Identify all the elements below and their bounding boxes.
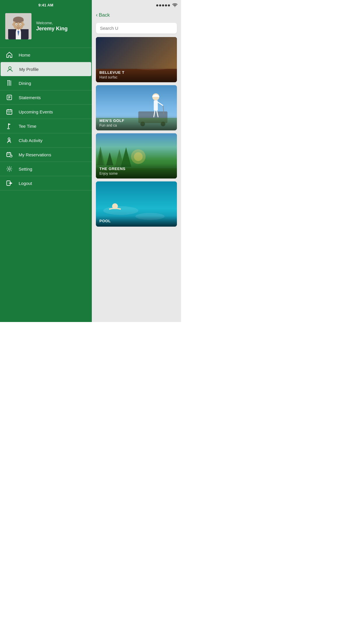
sidebar-item-home-label: Home xyxy=(19,52,30,57)
sidebar-item-club-activity-label: Club Activity xyxy=(19,138,43,143)
card-pool-overlay: POOL xyxy=(96,216,177,227)
status-time: 9:41 AM xyxy=(38,3,53,7)
statements-icon: $ xyxy=(5,94,13,101)
svg-point-47 xyxy=(8,168,10,170)
signal-dot-1 xyxy=(156,4,158,6)
back-label: Back xyxy=(99,12,110,18)
card-mens-golf[interactable]: MEN'S GOLF Fun and ca xyxy=(96,85,177,130)
card-greens-subtitle: Enjoy some xyxy=(99,172,173,176)
svg-point-10 xyxy=(20,24,21,25)
right-status-bar xyxy=(92,0,181,10)
svg-point-17 xyxy=(9,67,11,69)
svg-rect-57 xyxy=(154,100,158,111)
sidebar-item-upcoming-events[interactable]: Upcoming Events xyxy=(0,105,92,119)
sidebar-item-home[interactable]: Home xyxy=(0,48,92,62)
user-info: Welcome, Jeremy King xyxy=(36,21,68,32)
sidebar-item-dining[interactable]: Dining xyxy=(0,76,92,90)
svg-rect-28 xyxy=(7,110,12,114)
calendar-icon xyxy=(5,108,13,115)
svg-rect-6 xyxy=(13,20,24,21)
right-panel: ‹ Back xyxy=(92,0,181,322)
card-mens-golf-subtitle: Fun and ca xyxy=(99,123,173,127)
golf-flag-icon xyxy=(5,123,13,129)
svg-point-12 xyxy=(23,23,24,26)
sidebar-item-tee-time-label: Tee Time xyxy=(19,124,36,129)
search-bar[interactable] xyxy=(96,23,177,34)
svg-point-11 xyxy=(12,23,14,26)
signal-dot-2 xyxy=(159,4,161,6)
wifi-icon xyxy=(172,3,178,8)
sidebar-item-setting-label: Setting xyxy=(19,167,32,172)
reservations-icon xyxy=(5,151,13,158)
signal-dots xyxy=(156,4,170,6)
sidebar-item-statements[interactable]: $ Statements xyxy=(0,90,92,105)
card-bellevue-title: BELLEVUE T xyxy=(99,70,173,75)
card-greens-overlay: THE GREENS Enjoy some xyxy=(96,164,177,178)
sidebar-item-my-profile[interactable]: My Profile xyxy=(1,62,91,76)
sidebar-item-statements-label: Statements xyxy=(19,95,41,100)
user-name: Jeremy King xyxy=(36,26,68,32)
sidebar-item-my-reservations[interactable]: My Reservations xyxy=(0,148,92,162)
sidebar-item-dining-label: Dining xyxy=(19,81,31,86)
svg-point-9 xyxy=(16,24,17,25)
svg-point-65 xyxy=(134,152,143,161)
dining-icon xyxy=(5,80,13,86)
card-pool[interactable]: POOL xyxy=(96,181,177,227)
search-input[interactable] xyxy=(100,26,173,31)
svg-point-50 xyxy=(175,6,175,7)
card-greens-title: THE GREENS xyxy=(99,167,173,171)
card-mens-golf-overlay: MEN'S GOLF Fun and ca xyxy=(96,116,177,130)
status-bar: 9:41 AM xyxy=(0,0,92,9)
user-header: Welcome, Jeremy King xyxy=(0,9,92,48)
nav-list: Home My Profile xyxy=(0,48,92,322)
card-pool-title: POOL xyxy=(99,219,173,223)
sidebar-item-logout-label: Logout xyxy=(19,181,32,186)
signal-dot-3 xyxy=(162,4,164,6)
sidebar-item-my-profile-label: My Profile xyxy=(19,67,39,72)
sidebar-item-club-activity[interactable]: Club Activity xyxy=(0,133,92,148)
person-icon xyxy=(6,66,14,72)
back-chevron-icon: ‹ xyxy=(96,12,98,18)
card-bellevue-overlay: BELLEVUE T Hard surfac xyxy=(96,67,177,82)
activity-icon xyxy=(5,137,13,144)
user-welcome: Welcome, xyxy=(36,21,68,25)
sidebar-item-my-reservations-label: My Reservations xyxy=(19,152,51,157)
sidebar-item-logout[interactable]: Logout xyxy=(0,176,92,190)
sidebar-item-upcoming-events-label: Upcoming Events xyxy=(19,109,53,114)
svg-text:$: $ xyxy=(9,96,10,98)
card-mens-golf-title: MEN'S GOLF xyxy=(99,118,173,123)
signal-dot-4 xyxy=(165,4,167,6)
avatar xyxy=(5,13,31,39)
home-icon xyxy=(5,52,13,58)
card-bellevue[interactable]: BELLEVUE T Hard surfac xyxy=(96,37,177,82)
card-greens[interactable]: THE GREENS Enjoy some xyxy=(96,133,177,178)
svg-point-68 xyxy=(103,206,138,215)
signal-dot-5 xyxy=(168,4,170,6)
svg-point-39 xyxy=(8,138,10,140)
card-bellevue-subtitle: Hard surfac xyxy=(99,75,173,79)
gear-icon xyxy=(5,166,13,172)
sidebar: 9:41 AM xyxy=(0,0,92,322)
sidebar-item-tee-time[interactable]: Tee Time xyxy=(0,119,92,133)
logout-icon xyxy=(5,180,13,186)
cards-container: BELLEVUE T Hard surfac xyxy=(92,37,181,322)
sidebar-item-setting[interactable]: Setting xyxy=(0,162,92,176)
back-button[interactable]: ‹ Back xyxy=(92,10,181,20)
